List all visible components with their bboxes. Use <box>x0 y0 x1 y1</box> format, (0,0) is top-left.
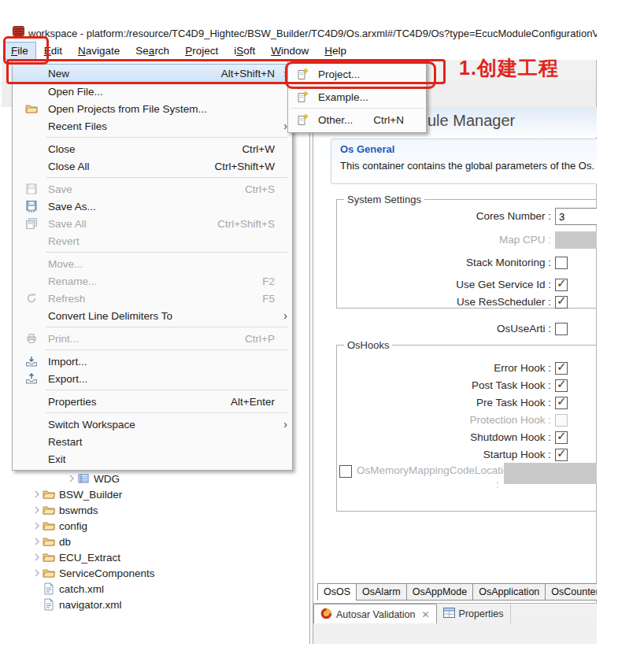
menu-item-properties[interactable]: PropertiesAlt+Enter <box>13 393 292 410</box>
menu-item-label: Close All <box>48 161 90 172</box>
startup-hook-checkbox[interactable] <box>555 449 568 461</box>
menu-item-open-file[interactable]: Open File... <box>13 83 292 100</box>
menu-item-label: Convert Line Delimiters To <box>48 310 172 322</box>
expand-chevron-icon[interactable] <box>31 522 43 530</box>
field-label-use-resscheduler: Use ResScheduler : <box>315 294 551 311</box>
new-submenu: Project...Example...Other...Ctrl+N <box>287 61 427 133</box>
form-header-title: ule Manager <box>427 112 515 130</box>
menu-item-shortcut: F5 <box>262 293 286 305</box>
page-tab-osapplication[interactable]: OsApplication <box>472 583 546 601</box>
tree-item-label: bswmds <box>59 505 98 516</box>
error-hook-checkbox[interactable] <box>555 362 568 375</box>
tree-item-db[interactable]: db <box>31 534 71 549</box>
page-tab-osos[interactable]: OsOS <box>317 583 357 601</box>
menu-item-save[interactable]: SaveCtrl+S <box>13 180 292 198</box>
menu-item-shortcut: Ctrl+W <box>242 143 286 155</box>
menu-item-new[interactable]: NewAlt+Shift+N› <box>13 64 292 83</box>
tree-item-servicecomponents[interactable]: ServiceComponents <box>31 565 155 581</box>
field-label-startup-hook: Startup Hook : <box>315 446 551 464</box>
menu-item-refresh[interactable]: RefreshF5 <box>13 290 292 307</box>
osusearti-checkbox[interactable] <box>555 323 568 335</box>
menu-item-label: New <box>48 68 69 79</box>
import-icon <box>25 355 38 368</box>
menu-separator <box>46 177 287 178</box>
menu-item-label: Refresh <box>48 293 85 305</box>
tree-item-label: ECU_Extract <box>59 552 120 564</box>
new-doc-icon <box>296 113 309 126</box>
stack-monitoring-checkbox[interactable] <box>555 257 568 269</box>
menu-item-switch-workspace[interactable]: Switch Workspace› <box>13 416 292 433</box>
menu-item-save-all[interactable]: Save AllCtrl+Shift+S <box>13 215 292 232</box>
expand-chevron-icon[interactable] <box>31 538 43 545</box>
menu-item-print[interactable]: Print...Ctrl+P <box>13 330 292 347</box>
xml-file-icon <box>43 582 55 595</box>
menu-item-exit[interactable]: Exit <box>13 450 292 468</box>
submenu-arrow-icon: › <box>283 418 287 431</box>
menu-item-recent-files[interactable]: Recent Files› <box>13 117 292 135</box>
tree-item-config[interactable]: config <box>31 518 87 534</box>
expand-chevron-icon[interactable] <box>31 569 43 577</box>
use-get-service-id-checkbox[interactable] <box>555 279 568 291</box>
osmemorymappingcodelocationref-checkbox[interactable] <box>339 465 352 478</box>
menubar-item-window[interactable]: Window <box>263 42 316 60</box>
menubar-item-isoft[interactable]: iSoft <box>226 42 263 60</box>
menu-item-restart[interactable]: Restart <box>13 433 292 450</box>
menu-item-export[interactable]: Export... <box>13 370 292 387</box>
pre-task-hook-checkbox[interactable] <box>555 397 568 409</box>
shutdown-hook-checkbox[interactable] <box>555 431 568 444</box>
page-tab-osappmode[interactable]: OsAppMode <box>406 583 473 601</box>
expand-chevron-icon[interactable] <box>31 553 43 561</box>
field-label-stack-monitoring: Stack Monitoring : <box>315 254 551 272</box>
view-tab-autosar-validation[interactable]: Autosar Validation✕ <box>313 604 437 624</box>
menubar-item-project[interactable]: Project <box>177 42 226 60</box>
submenu-item-other[interactable]: Other...Ctrl+N <box>288 109 426 131</box>
menu-item-close-all[interactable]: Close AllCtrl+Shift+W <box>13 157 292 175</box>
tree-item-wdg[interactable]: WDG <box>66 471 120 486</box>
submenu-item-example[interactable]: Example... <box>288 86 426 108</box>
menubar-item-edit[interactable]: Edit <box>36 42 70 60</box>
views-tab-bar: Autosar Validation✕Properties <box>313 603 597 625</box>
tree-item-bsw-builder[interactable]: BSW_Builder <box>31 486 122 502</box>
tree-item-bswmds[interactable]: bswmds <box>31 502 98 518</box>
menu-separator <box>46 390 287 390</box>
menu-item-save-as[interactable]: Save As... <box>13 198 292 215</box>
menu-item-shortcut: Alt+Enter <box>231 396 286 408</box>
application-window: workspace - platform:/resource/TC4D9_Hig… <box>0 0 644 669</box>
menu-item-revert[interactable]: Revert <box>13 232 292 249</box>
expand-chevron-icon[interactable] <box>66 475 77 482</box>
menu-item-convert-line-delimiters-to[interactable]: Convert Line Delimiters To› <box>13 307 292 324</box>
menu-item-label: Rename... <box>48 275 97 287</box>
menubar-item-help[interactable]: Help <box>316 42 354 60</box>
menu-item-label: Open Projects from File System... <box>48 103 207 115</box>
field-label-cores-number: Cores Number : <box>315 208 551 225</box>
menu-item-move[interactable]: Move... <box>13 255 292 272</box>
expand-chevron-icon[interactable] <box>31 490 43 498</box>
view-tab-properties[interactable]: Properties <box>437 604 511 624</box>
menu-item-open-projects-from-file-system[interactable]: Open Projects from File System... <box>13 100 292 117</box>
field-label-use-get-service-id: Use Get Service Id : <box>315 276 551 294</box>
menu-item-rename[interactable]: Rename...F2 <box>13 272 292 290</box>
menubar-item-navigate[interactable]: Navigate <box>70 42 128 60</box>
expand-chevron-icon[interactable] <box>31 506 43 514</box>
os-hooks-legend: OsHooks <box>344 339 392 351</box>
submenu-item-project[interactable]: Project... <box>288 63 426 85</box>
page-tab-osalarm[interactable]: OsAlarm <box>356 583 407 601</box>
menubar-item-search[interactable]: Search <box>128 42 177 60</box>
menu-item-shortcut: Ctrl+Shift+W <box>214 161 286 172</box>
screenshot-crop <box>597 0 644 669</box>
use-resscheduler-checkbox[interactable] <box>555 296 568 309</box>
protection-hook-checkbox <box>555 414 568 427</box>
menu-item-import[interactable]: Import... <box>13 353 292 370</box>
menu-item-shortcut: Ctrl+P <box>245 333 286 345</box>
post-task-hook-checkbox[interactable] <box>555 379 568 392</box>
menu-item-label: Print... <box>48 333 79 345</box>
tree-item-ecu-extract[interactable]: ECU_Extract <box>31 549 120 565</box>
menubar-item-file[interactable]: File <box>3 42 36 60</box>
submenu-arrow-icon: › <box>283 309 287 322</box>
tree-item-catch-xml[interactable]: catch.xml <box>31 581 104 597</box>
menu-item-close[interactable]: CloseCtrl+W <box>13 140 292 157</box>
menu-item-label: Switch Workspace <box>48 419 135 431</box>
tree-item-navigator-xml[interactable]: navigator.xml <box>31 597 122 612</box>
close-icon[interactable]: ✕ <box>422 609 430 620</box>
screenshot-crop <box>0 645 644 669</box>
